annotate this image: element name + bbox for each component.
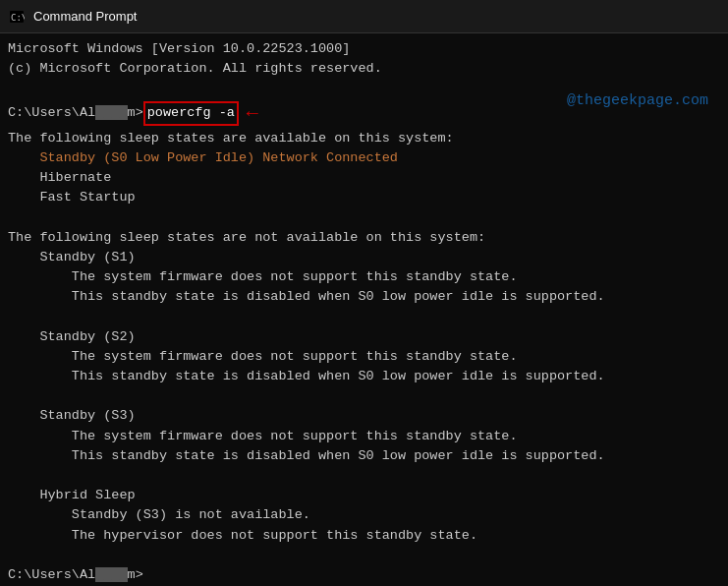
copyright-line: (c) Microsoft Corporation. All rights re…	[8, 59, 720, 79]
s3-line1: The system firmware does not support thi…	[8, 427, 720, 446]
prompt-text-1: C:\Users\Al____m>	[8, 103, 143, 123]
version-line: Microsoft Windows [Version 10.0.22523.10…	[8, 39, 720, 59]
s1-line2: This standby state is disabled when S0 l…	[8, 287, 720, 307]
available-header: The following sleep states are available…	[8, 129, 720, 148]
blank-line-4	[8, 386, 720, 406]
terminal-body: Microsoft Windows [Version 10.0.22523.10…	[0, 33, 728, 586]
s3-header: Standby (S3)	[8, 406, 720, 426]
hs-line2: The hypervisor does not support this sta…	[8, 526, 720, 546]
s2-header: Standby (S2)	[8, 327, 720, 347]
available-1: Standby (S0 Low Power Idle) Network Conn…	[8, 148, 720, 168]
hs-line1: Standby (S3) is not available.	[8, 505, 720, 525]
s1-line1: The system firmware does not support thi…	[8, 267, 720, 287]
s2-line1: The system firmware does not support thi…	[8, 347, 720, 367]
command-box: powercfg -a	[143, 101, 239, 125]
arrow-annotation: ←	[247, 99, 258, 129]
blank-line-6	[8, 546, 720, 565]
s1-header: Standby (S1)	[8, 248, 720, 267]
s2-line2: This standby state is disabled when S0 l…	[8, 367, 720, 386]
blank-line-5	[8, 466, 720, 486]
window-title: Command Prompt	[33, 9, 720, 24]
title-bar: C:\ Command Prompt	[0, 0, 728, 33]
hs-header: Hybrid Sleep	[8, 486, 720, 505]
prompt-line-2: C:\Users\Al____m>	[8, 565, 720, 585]
cmd-icon: C:\	[8, 8, 26, 26]
watermark: @thegeekpage.com	[567, 92, 708, 109]
available-3: Fast Startup	[8, 188, 720, 207]
blank-line-3	[8, 308, 720, 327]
available-2: Hibernate	[8, 168, 720, 188]
prompt-text-2: C:\Users\Al____m>	[8, 565, 143, 585]
not-available-header: The following sleep states are not avail…	[8, 228, 720, 248]
svg-text:C:\: C:\	[11, 13, 25, 23]
s3-line2: This standby state is disabled when S0 l…	[8, 446, 720, 466]
blank-line-2	[8, 208, 720, 228]
